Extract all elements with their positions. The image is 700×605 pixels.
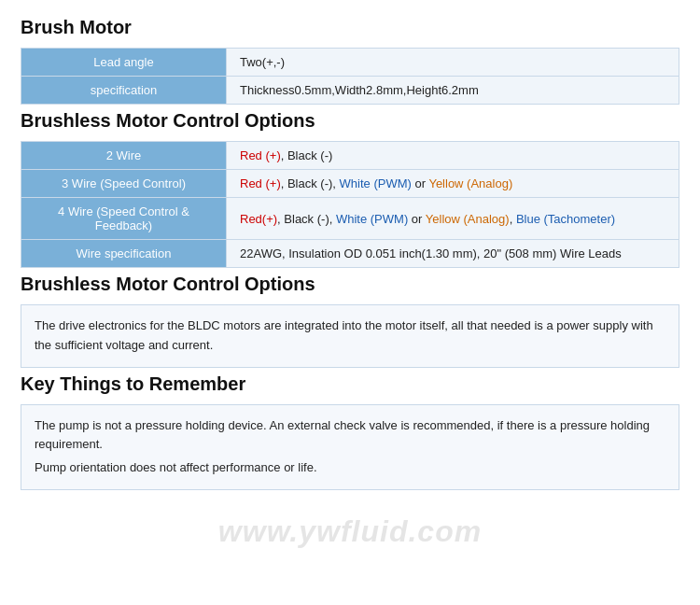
table-row: Lead angle Two(+,-) — [21, 49, 679, 77]
blue-text-tach: Blue (Tachometer) — [516, 212, 615, 226]
lead-angle-value: Two(+,-) — [227, 49, 679, 77]
wire-spec-value: 22AWG, Insulation OD 0.051 inch(1.30 mm)… — [227, 240, 679, 268]
specification-value: Thickness0.5mm,Width2.8mm,Height6.2mm — [227, 77, 679, 105]
table-row: 2 Wire Red (+), Black (-) — [21, 142, 679, 170]
orange-text: Yellow (Analog) — [426, 212, 510, 226]
watermark: www.ywfluid.com — [218, 514, 482, 549]
blue-text: White (PWM) — [336, 212, 408, 226]
key-things-title: Key Things to Remember — [21, 373, 679, 395]
blue-text: White (PWM) — [340, 176, 412, 190]
2wire-value: Red (+), Black (-) — [227, 142, 679, 170]
wire-spec-label: Wire specification — [21, 240, 227, 268]
red-text: Red (+) — [240, 176, 281, 190]
4wire-value: Red(+), Black (-), White (PWM) or Yellow… — [227, 198, 679, 240]
table-row: specification Thickness0.5mm,Width2.8mm,… — [21, 77, 679, 105]
key-things-box: The pump is not a pressure holding devic… — [21, 404, 679, 490]
brushless-description-section: Brushless Motor Control Options The driv… — [21, 274, 679, 368]
specification-label: specification — [21, 77, 227, 105]
page-container: Brush Motor Lead angle Two(+,-) specific… — [0, 0, 700, 514]
4wire-label: 4 Wire (Speed Control & Feedback) — [21, 198, 227, 240]
2wire-label: 2 Wire — [21, 142, 227, 170]
3wire-label: 3 Wire (Speed Control) — [21, 170, 227, 198]
brushless-description-text: The drive electronics for the BLDC motor… — [35, 318, 653, 352]
table-row: 4 Wire (Speed Control & Feedback) Red(+)… — [21, 198, 679, 240]
orange-text: Yellow (Analog) — [428, 176, 512, 190]
brush-motor-title: Brush Motor — [21, 17, 679, 38]
brushless-options-section: Brushless Motor Control Options 2 Wire R… — [21, 110, 679, 268]
key-things-line-2: Pump orientation does not affect perform… — [35, 458, 665, 478]
brushless-description-box: The drive electronics for the BLDC motor… — [21, 304, 679, 368]
lead-angle-label: Lead angle — [21, 49, 227, 77]
brushless-options-title: Brushless Motor Control Options — [21, 110, 679, 132]
key-things-line-1: The pump is not a pressure holding devic… — [35, 416, 665, 456]
brushless-options-table: 2 Wire Red (+), Black (-) 3 Wire (Speed … — [21, 141, 679, 268]
brushless-desc-title: Brushless Motor Control Options — [21, 274, 679, 295]
red-text: Red(+) — [240, 212, 277, 226]
red-text: Red (+) — [240, 148, 281, 162]
table-row: 3 Wire (Speed Control) Red (+), Black (-… — [21, 170, 679, 198]
brush-motor-table: Lead angle Two(+,-) specification Thickn… — [21, 48, 679, 105]
brush-motor-section: Brush Motor Lead angle Two(+,-) specific… — [21, 17, 679, 105]
key-things-section: Key Things to Remember The pump is not a… — [21, 373, 679, 490]
table-row: Wire specification 22AWG, Insulation OD … — [21, 240, 679, 268]
3wire-value: Red (+), Black (-), White (PWM) or Yello… — [227, 170, 679, 198]
